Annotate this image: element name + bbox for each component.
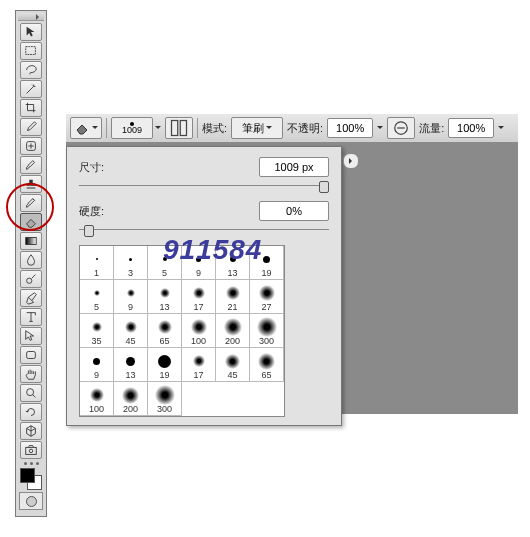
tool-hand[interactable] (20, 365, 42, 383)
tool-type[interactable] (20, 308, 42, 326)
opacity-label: 不透明: (287, 121, 323, 136)
tool-history[interactable] (20, 194, 42, 212)
gradient-icon (24, 234, 38, 248)
brush-icon (24, 158, 38, 172)
brush-preset[interactable]: 65 (250, 348, 284, 382)
svg-rect-4 (27, 352, 36, 359)
tool-blur[interactable] (20, 251, 42, 269)
history-icon (24, 196, 38, 210)
tool-eyedropper[interactable] (20, 118, 42, 136)
opacity-input[interactable]: 100% (327, 118, 373, 138)
brush-panel-icon (169, 118, 189, 138)
hand-icon (24, 367, 38, 381)
tool-rotate[interactable] (20, 403, 42, 421)
wand-icon (24, 82, 38, 96)
brush-preset[interactable]: 300 (250, 314, 284, 348)
tool-heal[interactable] (20, 137, 42, 155)
size-input[interactable]: 1009 px (259, 157, 329, 177)
rotate-icon (24, 405, 38, 419)
brush-preset[interactable]: 5 (148, 246, 182, 280)
dodge-icon (24, 272, 38, 286)
brush-preset[interactable]: 45 (114, 314, 148, 348)
tool-camera[interactable] (20, 441, 42, 459)
brush-preset[interactable]: 9 (114, 280, 148, 314)
brush-preset-grid: 1359131959131721273545651002003009131917… (79, 245, 285, 417)
path-icon (24, 329, 38, 343)
toolbox (15, 10, 47, 517)
size-label: 尺寸: (79, 160, 104, 175)
brush-preset[interactable]: 19 (250, 246, 284, 280)
tool-gradient[interactable] (20, 232, 42, 250)
svg-rect-2 (26, 238, 37, 245)
brush-preset[interactable]: 200 (216, 314, 250, 348)
brush-preset[interactable]: 21 (216, 280, 250, 314)
size-slider[interactable] (79, 181, 329, 191)
tool-dodge[interactable] (20, 270, 42, 288)
brush-preset-picker[interactable]: 1009 (111, 117, 153, 139)
tool-stamp[interactable] (20, 175, 42, 193)
hardness-slider[interactable] (79, 225, 329, 235)
tool-pen[interactable] (20, 289, 42, 307)
brush-preset[interactable]: 13 (148, 280, 182, 314)
tool-lasso[interactable] (20, 61, 42, 79)
quick-mask-toggle[interactable] (19, 492, 43, 510)
flow-label: 流量: (419, 121, 444, 136)
brush-preset[interactable]: 1 (80, 246, 114, 280)
tool-preset-picker[interactable] (70, 117, 102, 139)
brush-preset[interactable]: 9 (182, 246, 216, 280)
editor-panel: 1009 模式: 筆刷 不透明: 100% 流量: 100% (66, 114, 518, 414)
brush-popup: 尺寸: 1009 px 硬度: 0% 135913195913172127354… (66, 146, 342, 426)
camera-icon (24, 443, 38, 457)
3d-icon (24, 424, 38, 438)
shape-icon (24, 348, 38, 362)
toolbox-separator (18, 462, 44, 465)
mode-label: 模式: (202, 121, 227, 136)
brush-preset[interactable]: 100 (182, 314, 216, 348)
flow-input[interactable]: 100% (448, 118, 494, 138)
brush-preset[interactable]: 100 (80, 382, 114, 416)
hardness-input[interactable]: 0% (259, 201, 329, 221)
brush-preset[interactable]: 27 (250, 280, 284, 314)
brush-preset[interactable]: 9 (80, 348, 114, 382)
toolbox-handle[interactable] (18, 13, 44, 21)
popup-menu-button[interactable] (343, 153, 359, 169)
svg-rect-6 (26, 447, 37, 454)
lasso-icon (24, 63, 38, 77)
brush-panel-toggle[interactable] (165, 117, 193, 139)
tool-move[interactable] (20, 23, 42, 41)
svg-point-7 (29, 449, 33, 453)
tablet-icon (391, 118, 411, 138)
eyedropper-icon (24, 120, 38, 134)
marquee-icon (24, 44, 38, 58)
brush-preset[interactable]: 17 (182, 280, 216, 314)
type-icon (24, 310, 38, 324)
mode-select[interactable]: 筆刷 (231, 117, 283, 139)
brush-preset[interactable]: 13 (216, 246, 250, 280)
brush-preset[interactable]: 13 (114, 348, 148, 382)
brush-preset[interactable]: 19 (148, 348, 182, 382)
tablet-opacity-toggle[interactable] (387, 117, 415, 139)
brush-preset[interactable]: 300 (148, 382, 182, 416)
heal-icon (24, 139, 38, 153)
brush-preset[interactable]: 17 (182, 348, 216, 382)
tool-3d[interactable] (20, 422, 42, 440)
blur-icon (24, 253, 38, 267)
tool-brush[interactable] (20, 156, 42, 174)
brush-preset[interactable]: 45 (216, 348, 250, 382)
tool-marquee[interactable] (20, 42, 42, 60)
tool-shape[interactable] (20, 346, 42, 364)
tool-zoom[interactable] (20, 384, 42, 402)
hardness-label: 硬度: (79, 204, 104, 219)
svg-rect-9 (180, 121, 186, 136)
color-swatches[interactable] (20, 468, 42, 490)
brush-preset[interactable]: 35 (80, 314, 114, 348)
tool-crop[interactable] (20, 99, 42, 117)
brush-preset[interactable]: 200 (114, 382, 148, 416)
brush-preset[interactable]: 5 (80, 280, 114, 314)
tool-wand[interactable] (20, 80, 42, 98)
foreground-color[interactable] (20, 468, 35, 483)
brush-preset[interactable]: 65 (148, 314, 182, 348)
tool-eraser[interactable] (20, 213, 42, 231)
tool-path[interactable] (20, 327, 42, 345)
brush-preset[interactable]: 3 (114, 246, 148, 280)
